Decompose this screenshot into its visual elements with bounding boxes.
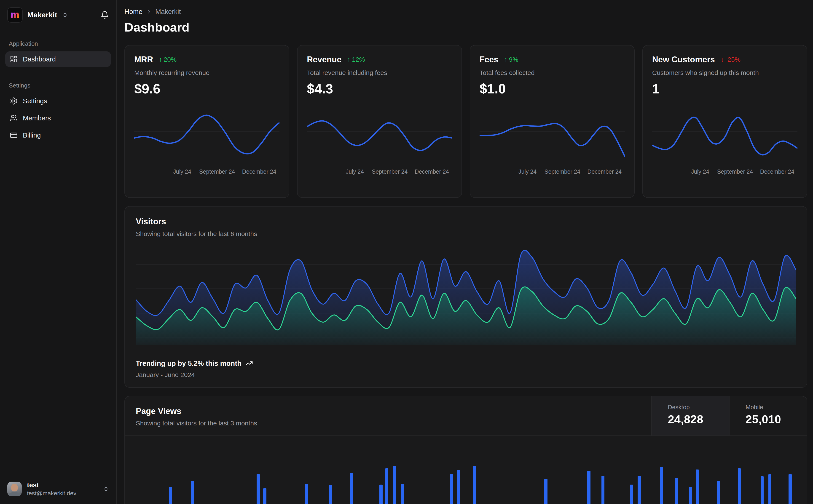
bar bbox=[350, 473, 353, 504]
bar bbox=[675, 478, 678, 504]
page-views-card: Page Views Showing total visitors for th… bbox=[124, 396, 807, 504]
visitors-title: Visitors bbox=[136, 217, 796, 226]
sidebar-item-members[interactable]: Members bbox=[5, 110, 111, 126]
chevron-right-icon bbox=[146, 9, 152, 15]
visitors-date-range: January - June 2024 bbox=[136, 371, 796, 379]
bar bbox=[601, 476, 604, 504]
stat-cards-row: MRR ↑20% Monthly recurring revenue $9.6 … bbox=[124, 45, 807, 198]
makerkit-logo: m bbox=[7, 7, 23, 23]
workspace-switcher[interactable]: m Makerkit bbox=[5, 7, 111, 23]
stat-subtitle: Customers who signed up this month bbox=[652, 69, 797, 77]
page-views-bar-chart bbox=[136, 438, 796, 504]
sidebar-item-dashboard[interactable]: Dashboard bbox=[5, 51, 111, 67]
trend-badge: ↑9% bbox=[504, 56, 518, 63]
visitors-area-chart bbox=[136, 245, 796, 345]
x-axis-labels: July 24September 24December 24 bbox=[134, 168, 280, 176]
stat-value: $4.3 bbox=[307, 81, 452, 96]
stat-card-revenue: Revenue ↑12% Total revenue including fee… bbox=[297, 45, 462, 198]
bar bbox=[696, 470, 699, 504]
avatar bbox=[7, 482, 22, 496]
gear-icon bbox=[10, 97, 18, 105]
bar bbox=[630, 485, 633, 504]
bar bbox=[587, 471, 590, 504]
arrow-up-icon: ↑ bbox=[504, 56, 507, 63]
stat-title: New Customers bbox=[652, 55, 715, 64]
stat-value: 1 bbox=[652, 81, 797, 96]
arrow-down-icon: ↓ bbox=[721, 56, 724, 63]
breadcrumb-current: Makerkit bbox=[155, 8, 181, 16]
bar bbox=[450, 474, 453, 504]
toggle-desktop[interactable]: Desktop 24,828 bbox=[651, 396, 729, 435]
notifications-bell-icon[interactable] bbox=[101, 11, 109, 19]
workspace-name: Makerkit bbox=[27, 11, 57, 19]
bar bbox=[638, 476, 641, 504]
main-content: Home Makerkit Dashboard MRR ↑20% Monthly… bbox=[117, 0, 813, 504]
stat-title: Fees bbox=[480, 55, 498, 64]
dashboard-grid-icon bbox=[10, 55, 18, 63]
chevrons-up-down-icon bbox=[103, 486, 109, 492]
x-axis-labels: July 24September 24December 24 bbox=[652, 168, 797, 176]
bar bbox=[329, 485, 332, 504]
stat-subtitle: Total revenue including fees bbox=[307, 69, 452, 77]
bar bbox=[544, 479, 547, 504]
page-views-header: Page Views Showing total visitors for th… bbox=[125, 396, 807, 436]
visitors-footer: Trending up by 5.2% this month bbox=[136, 359, 796, 367]
page-title: Dashboard bbox=[124, 20, 807, 34]
stat-subtitle: Monthly recurring revenue bbox=[134, 69, 280, 77]
bar bbox=[473, 466, 476, 504]
makerkit-dashboard-app: m Makerkit Application Dashboard Setting… bbox=[0, 0, 813, 504]
bar bbox=[457, 470, 460, 504]
line-chart-svg bbox=[307, 105, 452, 165]
visitors-subtitle: Showing total visitors for the last 6 mo… bbox=[136, 230, 796, 238]
line-chart-svg bbox=[134, 105, 280, 165]
visitors-card: Visitors Showing total visitors for the … bbox=[124, 206, 807, 388]
line-chart-svg bbox=[652, 105, 797, 165]
sidebar-item-label: Billing bbox=[23, 131, 41, 139]
stat-card-new-customers: New Customers ↓-25% Customers who signed… bbox=[643, 45, 807, 198]
page-views-subtitle: Showing total visitors for the last 3 mo… bbox=[136, 419, 641, 427]
bar bbox=[385, 468, 388, 504]
bar bbox=[738, 468, 741, 504]
page-views-title: Page Views bbox=[136, 406, 641, 416]
stat-card-fees: Fees ↑9% Total fees collected $1.0 July … bbox=[470, 45, 635, 198]
stat-title: Revenue bbox=[307, 55, 341, 64]
trend-badge: ↑20% bbox=[159, 56, 176, 63]
arrow-up-icon: ↑ bbox=[347, 56, 350, 63]
x-axis-labels: July 24September 24December 24 bbox=[480, 168, 625, 176]
trending-up-icon bbox=[246, 360, 253, 367]
trend-badge: ↑12% bbox=[347, 56, 365, 63]
user-menu[interactable]: test test@makerkit.dev bbox=[5, 480, 111, 498]
stat-card-mrr: MRR ↑20% Monthly recurring revenue $9.6 … bbox=[124, 45, 289, 198]
sidebar-item-label: Members bbox=[23, 114, 51, 122]
stat-title: MRR bbox=[134, 55, 153, 64]
line-chart-svg bbox=[480, 105, 625, 165]
bar bbox=[768, 474, 772, 504]
credit-card-icon bbox=[10, 131, 18, 139]
area-chart-svg bbox=[136, 245, 796, 345]
breadcrumb-home-link[interactable]: Home bbox=[124, 8, 142, 16]
arrow-up-icon: ↑ bbox=[159, 56, 162, 63]
bar bbox=[401, 484, 404, 504]
sidebar-item-label: Dashboard bbox=[23, 55, 56, 63]
bar bbox=[660, 467, 663, 504]
users-icon bbox=[10, 114, 18, 122]
toggle-label: Mobile bbox=[746, 404, 802, 411]
sidebar-item-settings[interactable]: Settings bbox=[5, 93, 111, 109]
stat-value: $9.6 bbox=[134, 81, 280, 96]
user-meta: test test@makerkit.dev bbox=[27, 481, 76, 497]
bar bbox=[393, 466, 396, 504]
bar bbox=[169, 487, 172, 504]
nav-group-settings: Settings bbox=[9, 82, 107, 89]
breadcrumb: Home Makerkit bbox=[124, 8, 807, 16]
toggle-mobile[interactable]: Mobile 25,010 bbox=[729, 396, 807, 435]
nav-group-application: Application bbox=[9, 40, 107, 47]
toggle-label: Desktop bbox=[668, 404, 724, 411]
mrr-sparkline-chart bbox=[134, 105, 280, 165]
bar bbox=[305, 484, 308, 504]
bar bbox=[689, 487, 692, 504]
sidebar-item-label: Settings bbox=[23, 97, 47, 105]
bar bbox=[717, 481, 720, 504]
new-customers-sparkline-chart bbox=[652, 105, 797, 165]
sidebar-item-billing[interactable]: Billing bbox=[5, 127, 111, 143]
bar bbox=[789, 474, 792, 504]
